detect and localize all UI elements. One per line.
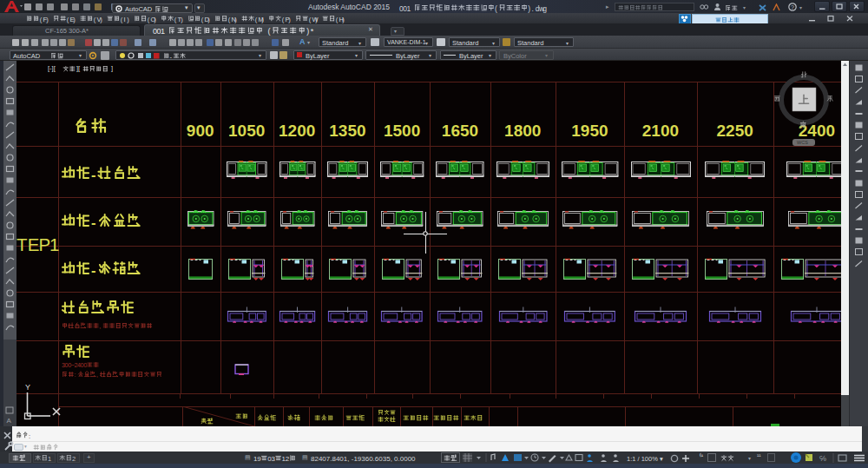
svg-text:(: (	[148, 16, 150, 23]
svg-text:*: *	[311, 27, 314, 36]
svg-text:): )	[181, 16, 183, 23]
svg-text:): )	[528, 3, 530, 12]
svg-text:E: E	[28, 234, 40, 254]
svg-text:): )	[306, 27, 309, 36]
svg-text:(: (	[121, 16, 123, 23]
svg-text:,: ,	[99, 322, 101, 330]
svg-text:1: 1	[49, 234, 59, 254]
svg-text:-: -	[91, 167, 96, 182]
svg-text::: :	[29, 432, 30, 440]
svg-text:): )	[127, 16, 129, 23]
svg-text:(: (	[228, 16, 231, 23]
svg-text:(: (	[268, 27, 271, 36]
svg-text:(: (	[495, 3, 497, 12]
svg-text:(: (	[174, 16, 177, 23]
svg-text:.: .	[532, 3, 534, 12]
svg-text:-: -	[170, 52, 173, 60]
svg-text:,: ,	[96, 371, 98, 379]
svg-text:(: (	[336, 16, 339, 23]
svg-text:(: (	[201, 16, 204, 23]
svg-text:): )	[234, 16, 237, 23]
svg-text:(: (	[67, 16, 69, 23]
svg-text:P: P	[38, 234, 50, 254]
svg-text:(: (	[94, 16, 96, 23]
svg-text:): )	[46, 16, 49, 23]
svg-text:): )	[342, 16, 345, 23]
svg-text:(: (	[282, 16, 285, 23]
svg-text:(: (	[309, 16, 312, 23]
svg-text:T: T	[16, 234, 28, 254]
svg-text:(: (	[40, 16, 43, 23]
svg-text:): )	[261, 16, 264, 23]
svg-text:I: I	[124, 16, 126, 23]
svg-text::: :	[74, 371, 76, 379]
svg-text:A: A	[7, 417, 12, 425]
svg-text:℅: ℅	[819, 454, 826, 463]
svg-text:-: -	[91, 262, 96, 278]
svg-text:): )	[288, 16, 291, 23]
svg-text:(: (	[255, 16, 258, 23]
svg-text:): )	[207, 16, 210, 23]
svg-text:): )	[154, 16, 156, 23]
svg-text:1: 1	[407, 3, 411, 12]
svg-text:-: -	[91, 214, 96, 230]
svg-text:1: 1	[161, 27, 165, 36]
svg-text:Y: Y	[25, 383, 30, 392]
svg-text:0: 0	[83, 361, 87, 369]
svg-text:?: ?	[791, 4, 794, 10]
svg-text:): )	[100, 16, 102, 23]
svg-text:g: g	[542, 3, 547, 12]
svg-text:): )	[73, 16, 76, 23]
